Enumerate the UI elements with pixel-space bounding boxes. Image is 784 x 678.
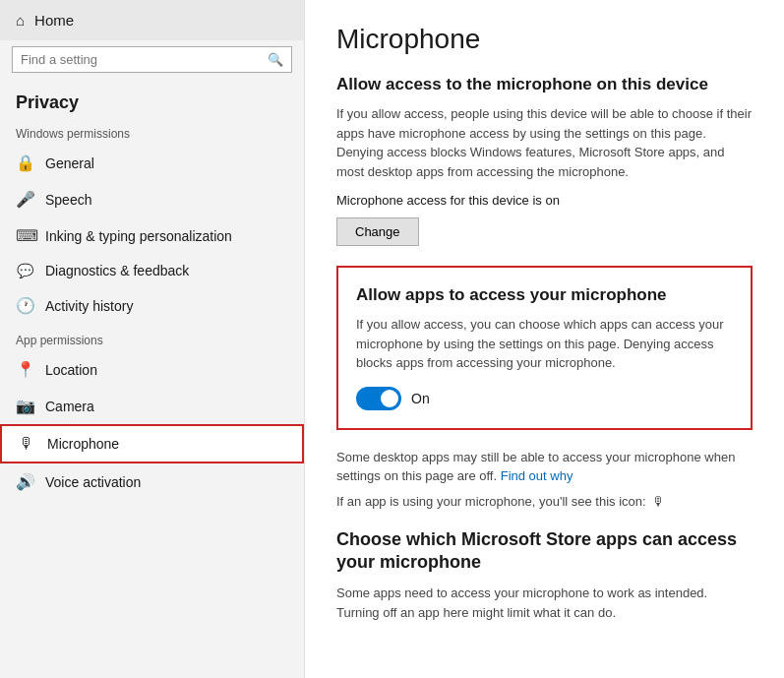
choose-heading: Choose which Microsoft Store apps can ac… — [336, 528, 753, 575]
sidebar-item-label: Inking & typing personalization — [45, 228, 232, 244]
choose-desc: Some apps need to access your microphone… — [336, 584, 753, 622]
sidebar-item-activity[interactable]: 🕐 Activity history — [0, 287, 304, 324]
camera-icon: 📷 — [16, 397, 33, 415]
search-icon: 🔍 — [268, 52, 283, 67]
app-permissions-label: App permissions — [0, 324, 304, 351]
sidebar-item-label: Activity history — [45, 298, 133, 314]
search-input[interactable] — [21, 52, 262, 67]
toggle-row: On — [356, 387, 733, 410]
sidebar-item-microphone[interactable]: 🎙 Microphone — [0, 424, 304, 463]
inking-icon: ⌨ — [16, 226, 33, 245]
allow-apps-desc: If you allow access, you can choose whic… — [356, 315, 733, 373]
sidebar-home-label: Home — [34, 12, 74, 29]
home-icon: ⌂ — [16, 12, 25, 29]
sidebar: ⌂ Home 🔍 Privacy Windows permissions 🔒 G… — [0, 0, 305, 678]
sidebar-item-location[interactable]: 📍 Location — [0, 351, 304, 388]
windows-permissions-label: Windows permissions — [0, 117, 304, 145]
sidebar-item-inking[interactable]: ⌨ Inking & typing personalization — [0, 217, 304, 254]
sidebar-item-label: Location — [45, 362, 97, 378]
sidebar-item-general[interactable]: 🔒 General — [0, 145, 304, 181]
device-access-heading: Allow access to the microphone on this d… — [336, 75, 753, 94]
speech-icon: 🎤 — [16, 190, 33, 209]
toggle-label: On — [411, 391, 430, 406]
sidebar-item-label: Camera — [45, 399, 94, 414]
toggle-thumb — [381, 390, 398, 407]
allow-apps-box: Allow apps to access your microphone If … — [336, 266, 753, 430]
allow-apps-toggle[interactable] — [356, 387, 401, 410]
sidebar-item-speech[interactable]: 🎤 Speech — [0, 181, 304, 217]
sidebar-item-label: Diagnostics & feedback — [45, 263, 189, 278]
activity-icon: 🕐 — [16, 296, 33, 315]
sidebar-item-home[interactable]: ⌂ Home — [0, 0, 304, 40]
location-icon: 📍 — [16, 360, 33, 379]
sidebar-item-label: Microphone — [47, 436, 119, 452]
voice-icon: 🔊 — [16, 472, 33, 491]
allow-apps-heading: Allow apps to access your microphone — [356, 285, 733, 305]
sidebar-item-camera[interactable]: 📷 Camera — [0, 388, 304, 424]
main-content: Microphone Allow access to the microphon… — [305, 0, 784, 678]
privacy-label: Privacy — [0, 83, 304, 117]
microphone-status-icon: 🎙 — [652, 494, 665, 509]
device-status: Microphone access for this device is on — [336, 193, 753, 208]
sidebar-item-diagnostics[interactable]: 💬 Diagnostics & feedback — [0, 254, 304, 287]
find-out-why-link[interactable]: Find out why — [501, 468, 573, 483]
device-access-desc: If you allow access, people using this d… — [336, 104, 753, 181]
sidebar-item-label: General — [45, 155, 94, 171]
general-icon: 🔒 — [16, 154, 33, 172]
change-button[interactable]: Change — [336, 217, 419, 246]
page-title: Microphone — [336, 24, 753, 55]
microphone-icon: 🎙 — [18, 435, 35, 453]
icon-line: If an app is using your microphone, you'… — [336, 494, 753, 509]
sidebar-item-label: Speech — [45, 192, 91, 208]
note-text: Some desktop apps may still be able to a… — [336, 448, 753, 486]
diagnostics-icon: 💬 — [16, 263, 33, 278]
search-box: 🔍 — [12, 46, 292, 73]
sidebar-item-label: Voice activation — [45, 474, 141, 490]
sidebar-item-voice[interactable]: 🔊 Voice activation — [0, 463, 304, 500]
